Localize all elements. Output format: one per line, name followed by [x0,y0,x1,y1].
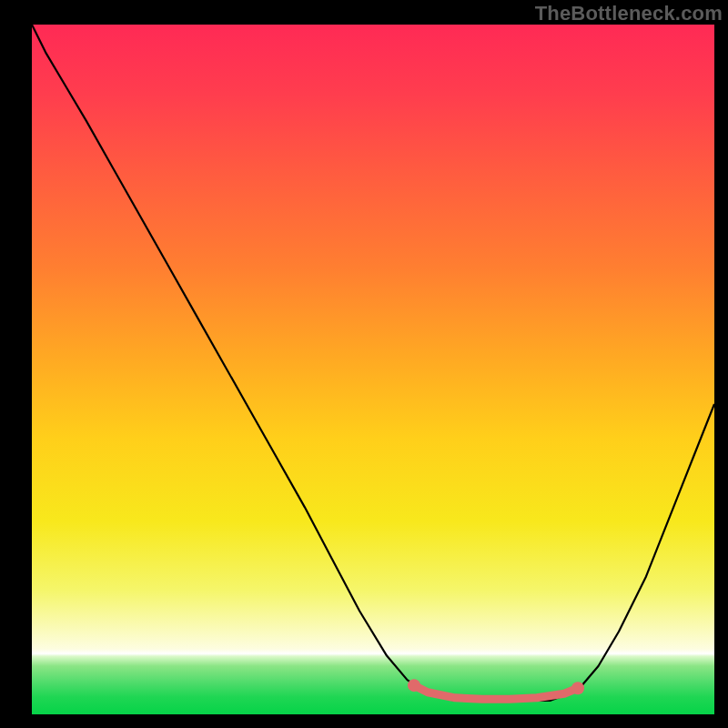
chart-frame: TheBottleneck.com [0,0,728,728]
highlight-cap-0 [408,679,420,692]
watermark-text: TheBottleneck.com [535,2,723,25]
plot-area [32,25,714,714]
gradient-background [32,25,714,714]
chart-svg [32,25,714,714]
highlight-cap-1 [571,682,584,694]
